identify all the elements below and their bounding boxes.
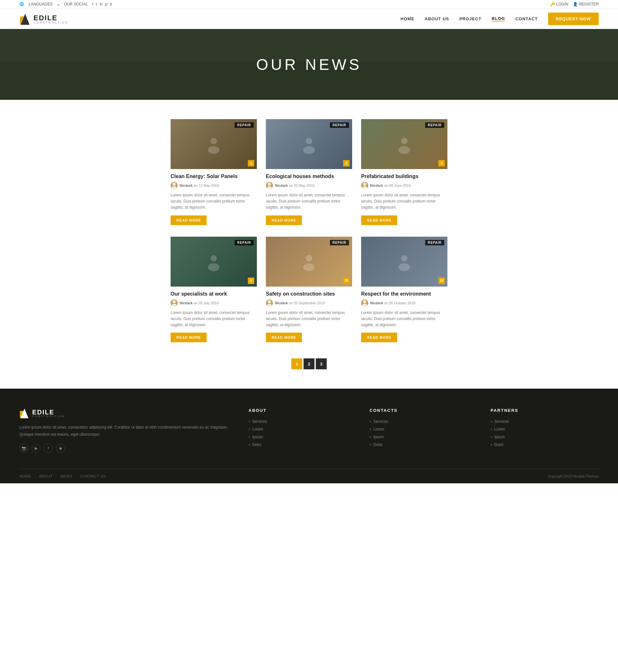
footer-contacts-lorem[interactable]: Lorem <box>370 427 478 431</box>
footer-partners-ipsum[interactable]: Ipsum <box>491 435 599 439</box>
card-read-more-5[interactable]: READ MORE <box>266 332 302 342</box>
card-meta-4: Nicdark on 28 July 2019 <box>171 299 257 306</box>
blog-card-6: REPAIR 10 Respect for the environment Ni… <box>361 237 447 343</box>
card-meta-5: Nicdark on 05 September 2019 <box>266 299 352 306</box>
footer-contacts-ipsum[interactable]: Ipsum <box>370 435 478 439</box>
footer-grid: EDILE CONSTRUCTION Lorem ipsum dolor sit… <box>19 408 599 469</box>
blogger-icon[interactable]: b <box>110 2 112 6</box>
nav-project[interactable]: PROJECT <box>459 16 481 21</box>
card-meta-text-3: Nicdark on 04 June 2019 <box>370 184 410 187</box>
footer-about-ipsum[interactable]: Ipsum <box>248 435 356 439</box>
footer-contacts-services[interactable]: Services <box>370 419 478 424</box>
footer-bottom-news[interactable]: NEWS <box>61 474 73 478</box>
card-placeholder-icon <box>204 134 223 154</box>
footer-bottom-home[interactable]: HOME <box>19 474 31 478</box>
card-placeholder-icon <box>299 134 319 154</box>
card-placeholder-icon <box>204 252 223 271</box>
vimeo-icon[interactable]: ▶ <box>31 444 40 453</box>
svg-point-7 <box>303 146 315 154</box>
svg-point-18 <box>306 255 312 262</box>
top-bar-right: 🔑 LOGIN 👤 REGISTER <box>550 2 599 6</box>
blog-card-3: REPAIR 3 Prefabricated buildings Nicdark… <box>361 119 447 225</box>
svg-point-12 <box>363 183 366 186</box>
footer-about-services[interactable]: Services <box>248 419 356 424</box>
facebook-footer-icon[interactable]: f <box>44 444 53 453</box>
logo[interactable]: EDILE CONSTRUCTION <box>19 13 69 25</box>
card-meta-1: Nicdark on 12 May 2019 <box>171 182 257 189</box>
footer-partners-services[interactable]: Services <box>491 419 599 424</box>
card-read-more-3[interactable]: READ MORE <box>361 215 397 225</box>
card-placeholder-icon <box>299 252 319 271</box>
languages-label[interactable]: LANGUAGES <box>29 2 53 6</box>
svg-point-8 <box>268 183 271 186</box>
svg-point-3 <box>208 146 219 154</box>
social-label[interactable]: OUR SOCIAL <box>64 2 88 6</box>
card-read-more-2[interactable]: READ MORE <box>266 215 302 225</box>
nav-home[interactable]: HOME <box>400 16 414 21</box>
card-image-6: REPAIR 10 <box>361 237 447 287</box>
request-now-button[interactable]: REQUEST NOW <box>548 13 599 25</box>
card-read-more-6[interactable]: READ MORE <box>361 332 397 342</box>
card-body-5: Safety on construction sites Nicdark on … <box>266 287 352 343</box>
footer-contacts-title: CONTACTS <box>370 408 478 413</box>
svg-point-23 <box>399 263 410 271</box>
card-excerpt-2: Lorem ipsum dolor sit amet, consectet te… <box>266 192 352 211</box>
dribbble-icon[interactable]: ◉ <box>56 444 65 453</box>
footer-contacts-dolor[interactable]: Dolor <box>370 443 478 447</box>
card-body-1: Clean Energy: Solar Panels Nicdark on 12… <box>171 169 257 225</box>
avatar-icon-5 <box>266 299 273 306</box>
footer-about-lorem[interactable]: Lorem <box>248 427 356 431</box>
card-body-6: Respect for the environment Nicdark on 2… <box>361 287 447 343</box>
card-title-5: Safety on construction sites <box>266 291 352 297</box>
footer-copyright: Copyright 2019 Nicdark Themes <box>548 474 599 478</box>
instagram-icon[interactable]: 📷 <box>19 444 28 453</box>
card-read-more-4[interactable]: READ MORE <box>171 332 207 342</box>
main-content: REPAIR 1 Clean Energy: Solar Panels Nicd… <box>164 119 454 369</box>
card-number-2: 2 <box>343 160 349 167</box>
svg-point-21 <box>267 304 272 306</box>
avatar-icon-3 <box>361 182 368 189</box>
card-meta-text-4: Nicdark on 28 July 2019 <box>180 301 219 305</box>
footer-bottom-contact[interactable]: CONTACT US <box>80 474 106 478</box>
pinterest-icon[interactable]: p <box>105 2 107 6</box>
blog-grid: REPAIR 1 Clean Energy: Solar Panels Nicd… <box>171 119 447 342</box>
pagination: 123 <box>171 358 447 369</box>
register-link[interactable]: 👤 REGISTER <box>573 2 599 6</box>
footer-about-dolor[interactable]: Dolor <box>248 443 356 447</box>
facebook-icon[interactable]: f <box>92 2 93 6</box>
card-meta-text-1: Nicdark on 12 May 2019 <box>180 184 219 187</box>
page-btn-3[interactable]: 3 <box>316 358 327 369</box>
footer-partners-lorem[interactable]: Lorem <box>491 427 599 431</box>
login-link[interactable]: 🔑 LOGIN <box>550 2 568 6</box>
footer-partners-title: PARTNERS <box>491 408 599 413</box>
card-avatar-1 <box>171 182 178 189</box>
nav-contact[interactable]: CONTACT <box>515 16 538 21</box>
page-btn-2[interactable]: 2 <box>304 358 314 369</box>
card-image-3: REPAIR 3 <box>361 119 447 169</box>
card-title-1: Clean Energy: Solar Panels <box>171 174 257 179</box>
svg-point-20 <box>268 300 271 303</box>
svg-point-17 <box>172 304 176 306</box>
nav-blog[interactable]: BLOG <box>492 16 505 21</box>
card-body-3: Prefabricated buildings Nicdark on 04 Ju… <box>361 169 447 225</box>
blog-card-4: REPAIR 9 Our specialists at work Nicdark… <box>171 237 257 343</box>
social-icons: f t in p b <box>92 2 112 6</box>
twitter-icon[interactable]: t <box>96 2 97 6</box>
blog-card-2: REPAIR 2 Ecological houses methods Nicda… <box>266 119 352 225</box>
footer-bottom-about[interactable]: ABOUT <box>39 474 53 478</box>
card-avatar-5 <box>266 299 273 306</box>
footer-partners-dolor[interactable]: Dolor <box>491 443 599 447</box>
card-excerpt-3: Lorem ipsum dolor sit amet, consectet te… <box>361 192 447 211</box>
linkedin-icon[interactable]: in <box>99 2 102 6</box>
card-excerpt-1: Lorem ipsum dolor sit amet, consectet te… <box>171 192 257 211</box>
page-btn-1[interactable]: 1 <box>291 358 302 369</box>
blog-card-1: REPAIR 1 Clean Energy: Solar Panels Nicd… <box>171 119 257 225</box>
card-meta-text-2: Nicdark on 25 May 2019 <box>275 184 314 187</box>
svg-point-5 <box>172 186 176 189</box>
navbar: EDILE CONSTRUCTION HOME ABOUT US PROJECT… <box>0 9 618 29</box>
footer-partners: PARTNERS Services Lorem Ipsum Dolor <box>491 408 599 453</box>
footer-contacts: CONTACTS Services Lorem Ipsum Dolor <box>370 408 478 453</box>
card-read-more-1[interactable]: READ MORE <box>171 215 207 225</box>
nav-about[interactable]: ABOUT US <box>425 16 449 21</box>
card-excerpt-5: Lorem ipsum dolor sit amet, consectet te… <box>266 310 352 328</box>
